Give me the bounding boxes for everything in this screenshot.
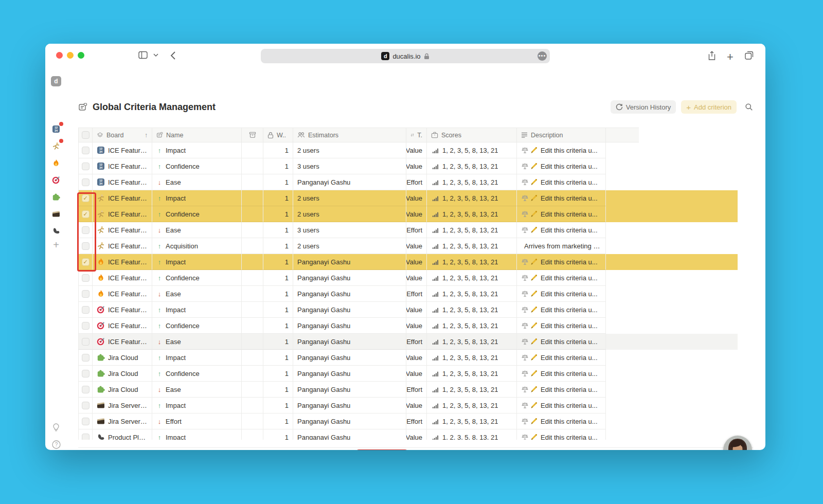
row-estimators-cell[interactable]: Panganayi Gashu — [293, 174, 406, 190]
row-archive-cell[interactable] — [242, 350, 263, 366]
row-type-cell[interactable]: Effort — [406, 382, 427, 398]
row-estimators-cell[interactable]: 2 users — [293, 238, 406, 254]
row-estimators-cell[interactable]: Panganayi Gashu — [293, 382, 406, 398]
row-scores-cell[interactable]: 1, 2, 3, 5, 8, 13, 21 — [427, 382, 517, 398]
row-type-cell[interactable]: Effort — [406, 286, 427, 302]
row-name-cell[interactable]: ↑Impact — [152, 398, 242, 413]
row-estimators-cell[interactable]: Panganayi Gashu — [293, 318, 406, 334]
row-archive-cell[interactable] — [242, 318, 263, 334]
sidebar-board-puzzle-board-icon[interactable] — [50, 191, 62, 203]
row-description-cell[interactable]: Edit this criteria u... — [517, 190, 606, 206]
row-weight-cell[interactable]: 1 — [263, 286, 293, 302]
search-icon[interactable] — [745, 103, 753, 111]
column-board[interactable]: Board ↑ — [93, 128, 152, 142]
row-archive-cell[interactable] — [242, 413, 263, 429]
row-checkbox[interactable] — [78, 158, 93, 174]
close-window-button[interactable] — [56, 52, 63, 59]
row-scores-cell[interactable]: 1, 2, 3, 5, 8, 13, 21 — [427, 429, 517, 440]
row-name-cell[interactable]: ↓Ease — [152, 334, 242, 350]
row-checkbox[interactable] — [78, 270, 93, 286]
row-checkbox[interactable] — [78, 206, 93, 222]
row-name-cell[interactable]: ↑Confidence — [152, 318, 242, 334]
address-bar[interactable]: d ducalis.io ••• — [261, 49, 550, 63]
row-archive-cell[interactable] — [242, 302, 263, 318]
row-board-cell[interactable]: Product Pla... — [93, 429, 152, 440]
row-name-cell[interactable]: ↑Confidence — [152, 206, 242, 222]
row-archive-cell[interactable] — [242, 270, 263, 286]
row-type-cell[interactable]: Value — [406, 206, 427, 222]
row-description-cell[interactable]: Edit this criteria u... — [517, 158, 606, 174]
row-description-cell[interactable]: Edit this criteria u... — [517, 222, 606, 238]
row-weight-cell[interactable]: 1 — [263, 270, 293, 286]
row-description-cell[interactable]: Edit this criteria u... — [517, 350, 606, 366]
row-checkbox[interactable] — [78, 286, 93, 302]
row-estimators-cell[interactable]: Panganayi Gashu — [293, 413, 406, 429]
row-description-cell[interactable]: Edit this criteria u... — [517, 382, 606, 398]
row-scores-cell[interactable]: 1, 2, 3, 5, 8, 13, 21 — [427, 206, 517, 222]
row-weight-cell[interactable]: 1 — [263, 413, 293, 429]
new-tab-icon[interactable]: + — [727, 50, 733, 64]
row-archive-cell[interactable] — [242, 206, 263, 222]
row-description-cell[interactable]: Edit this criteria u... — [517, 334, 606, 350]
row-checkbox[interactable] — [78, 413, 93, 429]
row-board-cell[interactable]: ICE Feature ... — [93, 286, 152, 302]
row-scores-cell[interactable]: 1, 2, 3, 5, 8, 13, 21 — [427, 398, 517, 413]
row-board-cell[interactable]: ICE Feature ... — [93, 222, 152, 238]
row-scores-cell[interactable]: 1, 2, 3, 5, 8, 13, 21 — [427, 238, 517, 254]
row-weight-cell[interactable]: 1 — [263, 318, 293, 334]
sidebar-board-wallet-board-icon[interactable] — [50, 208, 62, 220]
sidebar-board-muscle-board-icon[interactable] — [50, 225, 62, 237]
row-archive-cell[interactable] — [242, 429, 263, 440]
share-icon[interactable] — [708, 51, 716, 61]
row-type-cell[interactable]: Value — [406, 158, 427, 174]
row-board-cell[interactable]: ICE Feature ... — [93, 238, 152, 254]
row-name-cell[interactable]: ↑Confidence — [152, 366, 242, 382]
sidebar-board-dart-board-icon[interactable] — [50, 174, 62, 186]
row-weight-cell[interactable]: 1 — [263, 302, 293, 318]
row-checkbox[interactable] — [78, 350, 93, 366]
row-type-cell[interactable]: Value — [406, 318, 427, 334]
row-checkbox[interactable] — [78, 142, 93, 158]
row-board-cell[interactable]: Jira Server ... — [93, 398, 152, 413]
row-weight-cell[interactable]: 1 — [263, 190, 293, 206]
row-weight-cell[interactable]: 1 — [263, 334, 293, 350]
row-checkbox[interactable] — [78, 254, 93, 270]
row-board-cell[interactable]: ICE Feature ... — [93, 270, 152, 286]
column-type[interactable]: T. — [406, 128, 427, 142]
row-name-cell[interactable]: ↑Impact — [152, 429, 242, 440]
row-estimators-cell[interactable]: 3 users — [293, 158, 406, 174]
row-weight-cell[interactable]: 1 — [263, 238, 293, 254]
row-board-cell[interactable]: ICE Feature ... — [93, 302, 152, 318]
add-board-button[interactable]: + — [50, 239, 62, 250]
chevron-down-icon[interactable] — [153, 53, 158, 57]
row-weight-cell[interactable]: 1 — [263, 429, 293, 440]
row-name-cell[interactable]: ↓Ease — [152, 286, 242, 302]
row-board-cell[interactable]: Jira Server ... — [93, 413, 152, 429]
row-type-cell[interactable]: Effort — [406, 413, 427, 429]
row-archive-cell[interactable] — [242, 254, 263, 270]
zoom-window-button[interactable] — [78, 52, 84, 59]
row-name-cell[interactable]: ↑Impact — [152, 350, 242, 366]
column-scores[interactable]: Scores — [427, 128, 517, 142]
row-type-cell[interactable]: Effort — [406, 174, 427, 190]
row-type-cell[interactable]: Value — [406, 398, 427, 413]
row-archive-cell[interactable] — [242, 398, 263, 413]
column-description[interactable]: Description — [517, 128, 606, 142]
row-estimators-cell[interactable]: 3 users — [293, 222, 406, 238]
row-estimators-cell[interactable]: Panganayi Gashu — [293, 254, 406, 270]
row-weight-cell[interactable]: 1 — [263, 206, 293, 222]
row-type-cell[interactable]: Value — [406, 190, 427, 206]
row-name-cell[interactable]: ↑Confidence — [152, 158, 242, 174]
row-checkbox[interactable] — [78, 366, 93, 382]
row-estimators-cell[interactable]: Panganayi Gashu — [293, 334, 406, 350]
row-board-cell[interactable]: Jira Cloud — [93, 382, 152, 398]
row-scores-cell[interactable]: 1, 2, 3, 5, 8, 13, 21 — [427, 366, 517, 382]
row-description-cell[interactable]: Edit this criteria u... — [517, 318, 606, 334]
row-checkbox[interactable] — [78, 429, 93, 440]
row-checkbox[interactable] — [78, 318, 93, 334]
row-checkbox[interactable] — [78, 398, 93, 413]
help-icon[interactable]: ? — [50, 439, 62, 450]
row-type-cell[interactable]: Value — [406, 366, 427, 382]
row-scores-cell[interactable]: 1, 2, 3, 5, 8, 13, 21 — [427, 190, 517, 206]
row-description-cell[interactable]: Edit this criteria u... — [517, 206, 606, 222]
